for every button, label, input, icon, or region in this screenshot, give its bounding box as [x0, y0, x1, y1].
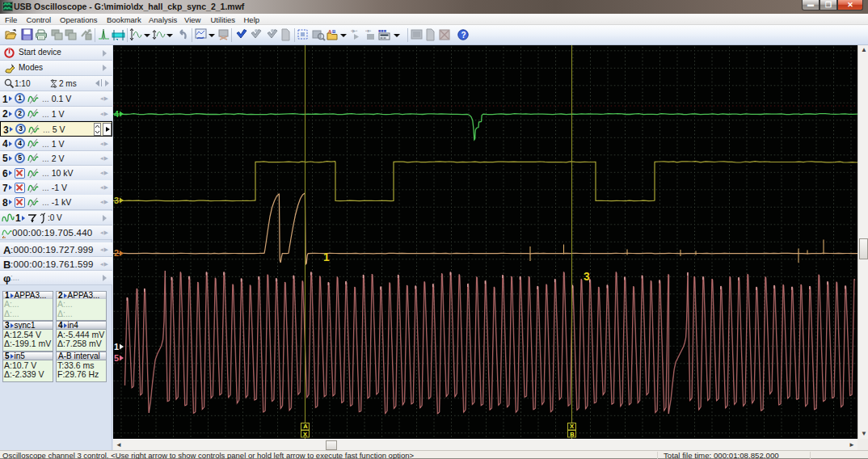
- svg-text:5: 5: [114, 353, 119, 363]
- svg-text:2: 2: [114, 248, 119, 258]
- svg-text:1: 1: [114, 342, 119, 352]
- svg-text:?: ?: [461, 31, 466, 40]
- svg-text:3: 3: [584, 270, 590, 283]
- svg-text:•■•: •■•: [365, 28, 371, 33]
- svg-text:■■■: ■■■: [378, 28, 386, 33]
- svg-text:3: 3: [114, 196, 119, 205]
- svg-text:•▶•: •▶•: [351, 28, 357, 33]
- svg-text:4: 4: [114, 109, 120, 119]
- svg-text:X: X: [570, 423, 574, 430]
- svg-text:X: X: [303, 431, 307, 438]
- svg-text:1: 1: [323, 251, 330, 263]
- svg-text:B: B: [570, 431, 575, 438]
- svg-text:B: B: [332, 29, 336, 34]
- svg-text:A: A: [303, 423, 308, 430]
